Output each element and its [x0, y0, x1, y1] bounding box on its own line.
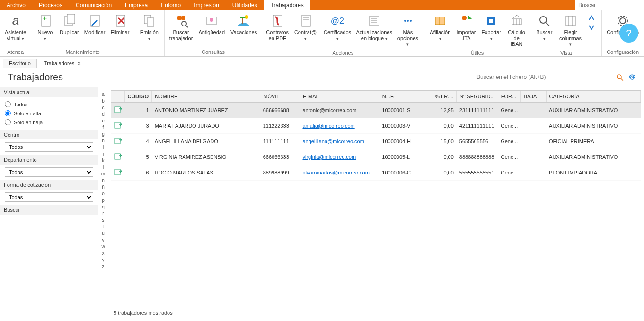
alpha-i[interactable]: i — [103, 144, 104, 150]
ribbon-m-s-opciones[interactable]: Másopciones — [394, 11, 422, 49]
alpha-x[interactable]: x — [102, 250, 105, 256]
sort-asc-button[interactable] — [586, 13, 599, 23]
ribbon-importar-ita[interactable]: Importar.ITA — [454, 11, 478, 43]
grid[interactable]: CÓDIGONOMBREMÓVILE-MAILN.I.F.% I.R....Nº… — [111, 90, 641, 308]
filter-input[interactable] — [475, 72, 612, 82]
row-open-icon[interactable] — [114, 137, 122, 145]
ribbon-contratos-en-pdf[interactable]: Contratosen PDF — [264, 11, 291, 43]
ribbon-asistente-virtual[interactable]: aAsistentevirtual — [2, 11, 29, 43]
table-row[interactable]: 5VIRGINIA RAMIREZ ASENSIO666666333virgin… — [111, 149, 641, 165]
ribbon-antig-edad[interactable]: Antigüedad — [195, 11, 228, 37]
tab-trabajadores[interactable]: Trabajadores✕ — [38, 59, 87, 68]
ribbon-buscar-trabajador[interactable]: Buscartrabajador — [167, 11, 196, 43]
col-e-mail[interactable]: E-MAIL — [300, 91, 379, 103]
side-section-buscar[interactable]: Buscar — [0, 205, 98, 215]
alpha-h[interactable]: h — [102, 138, 105, 144]
table-row[interactable]: 4ANGEL ILLANA DELGADO111111111angelillan… — [111, 134, 641, 149]
menu-procesos[interactable]: Procesos — [32, 0, 69, 10]
email-link[interactable]: alvaromartos@micorreo.com — [302, 170, 369, 175]
col-baja[interactable]: BAJA — [520, 91, 546, 103]
col-m-vil[interactable]: MÓVIL — [260, 91, 300, 103]
menu-impresión[interactable]: Impresión — [187, 0, 226, 10]
sort-desc-button[interactable] — [586, 23, 599, 32]
side-section-departamento[interactable]: Departamento — [0, 155, 98, 165]
ribbon-vacaciones[interactable]: Vacaciones — [228, 11, 260, 37]
ribbon-eliminar[interactable]: Eliminar — [108, 11, 132, 37]
alpha-n[interactable]: n — [102, 177, 105, 183]
alpha-w[interactable]: w — [101, 243, 105, 250]
refresh-icon[interactable] — [628, 73, 636, 82]
table-row[interactable]: 3MARIA FAJARDO JURADO111222333amalia@mic… — [111, 118, 641, 134]
alpha-s[interactable]: s — [102, 217, 105, 223]
col-nombre[interactable]: NOMBRE — [152, 91, 260, 103]
row-open-icon[interactable] — [114, 106, 122, 113]
col-for-[interactable]: FOR... — [498, 91, 520, 103]
email-link[interactable]: amalia@micorreo.com — [302, 123, 354, 129]
menu-trabajadores[interactable]: Trabajadores — [264, 0, 310, 10]
select-departamento[interactable]: Todos — [5, 167, 93, 177]
radio-input[interactable] — [5, 119, 11, 125]
ribbon-afiliaci-n[interactable]: Afiliación — [426, 11, 454, 43]
radio-input[interactable] — [5, 110, 11, 116]
menu-search-input[interactable] — [575, 0, 644, 10]
col-icon[interactable] — [111, 91, 124, 103]
alpha-k[interactable]: k — [102, 157, 105, 164]
menu-entorno[interactable]: Entorno — [154, 0, 187, 10]
ribbon-exportar[interactable]: Exportar — [478, 11, 505, 43]
alpha-u[interactable]: u — [102, 230, 105, 236]
ribbon-modificar[interactable]: Modificar — [81, 11, 108, 37]
side-section-vista-actual[interactable]: Vista actual — [0, 87, 98, 97]
select-centro[interactable]: Todos — [5, 142, 93, 152]
alpha-q[interactable]: q — [102, 204, 105, 210]
menu-utilidades[interactable]: Utilidades — [226, 0, 264, 10]
alpha-m[interactable]: m — [101, 171, 105, 177]
alpha-j[interactable]: j — [103, 151, 104, 157]
radio-solo-en-alta[interactable]: Solo en alta — [5, 109, 93, 118]
row-open-icon[interactable] — [114, 153, 122, 160]
alpha-f[interactable]: f — [103, 124, 104, 130]
alpha-b[interactable]: b — [102, 98, 105, 104]
radio-todos[interactable]: Todos — [5, 100, 93, 109]
email-link[interactable]: angelillana@micorreo.com — [302, 139, 364, 144]
menu-empresa[interactable]: Empresa — [118, 0, 154, 10]
alpha-d[interactable]: d — [102, 111, 105, 117]
menu-comunicación[interactable]: Comunicación — [69, 0, 118, 10]
alpha-t[interactable]: t — [103, 224, 104, 230]
menu-archivo[interactable]: Archivo — [0, 0, 32, 10]
close-icon[interactable]: ✕ — [77, 61, 81, 66]
alpha-o[interactable]: o — [102, 191, 105, 197]
col-categor-a[interactable]: CATEGORÍA — [546, 91, 640, 103]
alpha-c[interactable]: c — [102, 104, 105, 111]
ribbon-c-lculo-de-iban[interactable]: Cálculode IBAN — [505, 11, 529, 49]
alpha-e[interactable]: e — [102, 118, 105, 124]
search-icon[interactable] — [616, 73, 624, 82]
ribbon-emisi-n[interactable]: Emisión — [136, 11, 162, 43]
email-link[interactable]: virginia@micorreo.com — [302, 154, 356, 160]
radio-input[interactable] — [5, 101, 11, 107]
col--i-r-[interactable]: % I.R.... — [432, 91, 457, 103]
select-forma-de-cotizaci-n[interactable]: Todas — [5, 192, 93, 202]
ribbon-elegir-columnas[interactable]: Elegircolumnas — [556, 11, 585, 49]
alpha-y[interactable]: y — [102, 257, 105, 263]
ribbon-contrat-[interactable]: Contrat@ — [291, 11, 320, 43]
ribbon-actualizaciones-en-bloque[interactable]: Actualizacionesen bloque — [354, 11, 394, 43]
table-row[interactable]: 1ANTONIO MARTINEZ JUAREZ666666688antonio… — [111, 103, 641, 118]
alpha-p[interactable]: p — [102, 197, 105, 203]
help-button[interactable]: ? — [619, 24, 638, 43]
alpha-l[interactable]: l — [103, 164, 104, 170]
alpha-g[interactable]: g — [102, 131, 105, 137]
radio-solo-en-baja[interactable]: Solo en baja — [5, 118, 93, 127]
tab-escritorio[interactable]: Escritorio — [3, 59, 37, 68]
table-row[interactable]: 6ROCIO MARTOS SALAS889988999alvaromartos… — [111, 165, 641, 181]
ribbon-buscar[interactable]: Buscar — [532, 11, 556, 43]
col-c-digo[interactable]: CÓDIGO — [124, 91, 152, 103]
alpha-a[interactable]: a — [102, 91, 105, 97]
alpha-z[interactable]: z — [102, 263, 105, 269]
ribbon-nuevo[interactable]: +Nuevo — [33, 11, 57, 43]
side-section-centro[interactable]: Centro — [0, 130, 98, 139]
col-n-i-f-[interactable]: N.I.F. — [379, 91, 432, 103]
col-n-segurid-[interactable]: Nº SEGURID... — [457, 91, 498, 103]
alpha-v[interactable]: v — [102, 237, 105, 243]
alpha-ñ[interactable]: ñ — [102, 184, 105, 190]
alpha-r[interactable]: r — [102, 210, 104, 217]
